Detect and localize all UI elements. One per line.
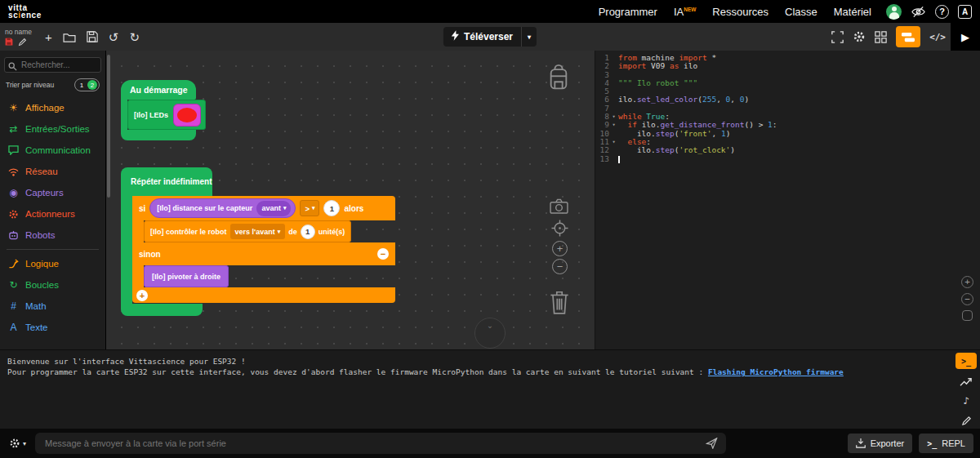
fullscreen-button[interactable] <box>831 31 844 43</box>
hide-eye-icon[interactable] <box>911 5 926 19</box>
panel-zoom-in-icon[interactable]: + <box>961 276 973 288</box>
blockly-workspace[interactable]: Au démarrage [Ilo] LEDs Répéter indéfini… <box>106 51 595 349</box>
code-text: import V09 as ilo <box>618 62 697 70</box>
code-line[interactable]: 12 ilo.step('rot_clock') <box>595 146 980 154</box>
code-line[interactable]: 6ilo.set_led_color(255, 0, 0) <box>595 96 980 104</box>
code-view-button[interactable]: </> <box>929 32 946 42</box>
save-button[interactable] <box>87 31 98 42</box>
code-line[interactable]: 13 <box>595 155 980 163</box>
code-line[interactable]: 4""" Ilo robot """ <box>595 79 980 87</box>
level-toggle[interactable]: 12 <box>74 78 100 91</box>
else-row[interactable]: sinon − <box>132 242 395 265</box>
if-condition-row[interactable]: si [Ilo] distance sur le capteur avant▾ … <box>132 196 395 220</box>
nav-classe[interactable]: Classe <box>785 6 817 18</box>
block-ilo-leds[interactable]: [Ilo] LEDs <box>127 100 206 130</box>
level-1-toggle[interactable]: 1 <box>77 80 87 90</box>
blocks-view-button[interactable] <box>896 26 920 47</box>
panel-resize-handle[interactable]: ⌄ <box>474 318 506 349</box>
open-folder-button[interactable] <box>63 32 76 42</box>
if-bottom-row: + <box>132 287 395 303</box>
fold-icon[interactable]: ▾ <box>609 113 618 121</box>
sidebar-item-communication[interactable]: Communication <box>0 140 105 161</box>
block-segment <box>121 100 127 130</box>
zoom-out-icon[interactable]: − <box>552 259 568 274</box>
canvas-scrollbar[interactable] <box>107 55 110 198</box>
export-button[interactable]: Exporter <box>848 434 913 453</box>
nav-programmer[interactable]: Programmer <box>599 6 657 18</box>
block-repeat-header[interactable]: Répéter indéfiniment <box>121 167 212 196</box>
flashing-firmware-link[interactable]: Flashing MicroPython firmware <box>708 367 844 376</box>
unsaved-save-icon[interactable] <box>5 38 13 46</box>
serial-message-input[interactable] <box>35 433 726 454</box>
direction-dropdown[interactable]: vers l'avant▾ <box>230 224 286 239</box>
if-value-input[interactable]: 1 <box>323 200 340 216</box>
fold-icon[interactable]: ▾ <box>609 121 618 129</box>
level-2-toggle[interactable]: 2 <box>87 80 97 90</box>
sidebar-item-capteurs[interactable]: ◉Capteurs <box>0 182 105 203</box>
code-panel[interactable]: 1from machine import *2import V09 as ilo… <box>595 51 980 349</box>
nav-ressources[interactable]: Ressources <box>712 6 768 18</box>
center-view-icon[interactable] <box>551 220 568 240</box>
settings-gear-icon[interactable] <box>853 30 866 43</box>
sidebar-item-logique[interactable]: Logique <box>0 253 105 274</box>
user-avatar[interactable] <box>886 4 902 20</box>
trash-icon[interactable] <box>549 289 570 318</box>
chart-icon[interactable] <box>956 374 976 389</box>
redo-button[interactable]: ↻ <box>129 31 140 43</box>
collapse-else-button[interactable]: − <box>377 248 389 260</box>
sidebar-item-entrees-sorties[interactable]: ⇄Entrées/Sorties <box>0 118 105 140</box>
block-start-header[interactable]: Au démarrage <box>121 80 196 100</box>
accessibility-icon[interactable]: A <box>958 5 972 19</box>
sidebar-item-math[interactable]: #Math <box>0 296 105 317</box>
vittascience-logo[interactable]: vitta science <box>8 4 42 19</box>
sidebar-item-texte[interactable]: ATexte <box>0 317 105 338</box>
serial-console[interactable]: Bienvenue sur l'interface Vittascience p… <box>0 349 980 429</box>
music-note-icon[interactable]: ♪ <box>956 394 976 408</box>
send-icon[interactable] <box>706 438 718 452</box>
block-ilo-distance[interactable]: [Ilo] distance sur le capteur avant▾ <box>149 198 296 218</box>
sidebar-item-boucles[interactable]: ↻Boucles <box>0 274 105 296</box>
panel-reset-icon[interactable] <box>962 310 973 321</box>
zoom-in-icon[interactable]: + <box>552 241 568 256</box>
distance-sensor-dropdown[interactable]: avant▾ <box>256 201 291 216</box>
sidebar-item-actionneurs[interactable]: Actionneurs <box>0 203 105 225</box>
led-color-input[interactable] <box>173 104 201 127</box>
block-ilo-pivoter-droite[interactable]: [Ilo] pivoter à droite <box>144 265 229 287</box>
upload-dropdown-caret[interactable]: ▾ <box>521 27 537 47</box>
grid-view-button[interactable] <box>875 31 887 43</box>
sidebar-item-affichage[interactable]: ☀Affichage <box>0 97 105 118</box>
sidebar-categories: ☀Affichage⇄Entrées/SortiesCommunicationR… <box>0 97 105 338</box>
code-line[interactable]: 10 ilo.step('front', 1) <box>595 130 980 138</box>
sidebar-item-reseau[interactable]: Réseau <box>0 161 105 182</box>
bottom-bar: ▾ Exporter >_ REPL <box>0 429 980 458</box>
serial-settings-button[interactable]: ▾ <box>9 438 26 449</box>
text-cursor <box>618 156 620 163</box>
project-name[interactable]: no name <box>5 28 32 36</box>
run-button[interactable]: ▶ <box>951 23 980 51</box>
upload-button[interactable]: Téléverser ▾ <box>443 27 537 47</box>
panel-zoom-out-icon[interactable]: − <box>961 293 973 305</box>
repl-button[interactable]: >_ REPL <box>919 434 973 453</box>
search-input[interactable] <box>4 57 101 73</box>
caret-down-icon: ▾ <box>23 440 26 447</box>
fold-icon[interactable]: ▾ <box>609 138 618 146</box>
nav-materiel[interactable]: Matériel <box>834 6 871 18</box>
block-ilo-controler-robot[interactable]: [Ilo] contrôler le robot vers l'avant▾ d… <box>144 220 351 242</box>
pencil-icon[interactable] <box>956 413 976 428</box>
add-branch-button[interactable]: + <box>136 290 148 301</box>
undo-button[interactable]: ↺ <box>109 31 119 43</box>
help-icon[interactable]: ? <box>935 5 949 19</box>
sidebar-item-robots[interactable]: Robots <box>0 225 105 246</box>
fold-spacer <box>609 79 618 87</box>
console-toggle-button[interactable]: >_ <box>956 353 977 369</box>
code-line[interactable]: 2import V09 as ilo <box>595 62 980 70</box>
new-badge: NEW <box>684 6 696 11</box>
camera-icon[interactable] <box>550 198 568 217</box>
line-number: 13 <box>595 155 609 163</box>
new-file-button[interactable]: + <box>45 31 52 43</box>
nav-ia[interactable]: IANEW <box>674 6 696 18</box>
move-value-input[interactable]: 1 <box>301 225 315 239</box>
comparator-dropdown[interactable]: >▾ <box>300 200 319 216</box>
backpack-icon[interactable] <box>547 64 570 95</box>
rename-pencil-icon[interactable] <box>18 38 27 47</box>
